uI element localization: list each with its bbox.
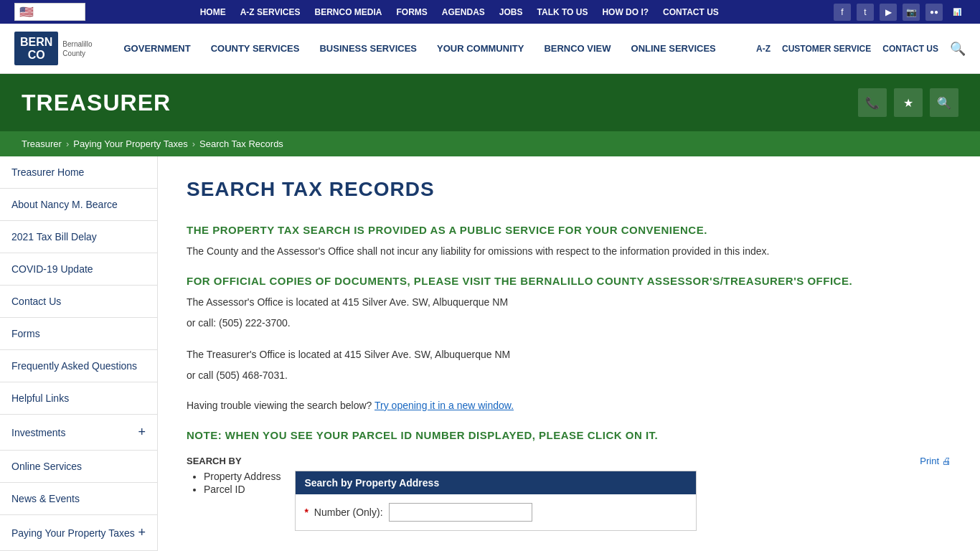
topnav-forms[interactable]: FORMS — [396, 7, 427, 17]
sidebar-link-covid[interactable]: COVID-19 Update — [11, 263, 93, 275]
flickr-icon[interactable]: ●● — [925, 4, 943, 21]
section-public-service: THE PROPERTY TAX SEARCH IS PROVIDED AS A… — [187, 222, 951, 259]
form-row-number: * Number (Only): — [304, 503, 687, 522]
sidebar-item-about[interactable]: About Nancy M. Bearce — [0, 189, 157, 221]
search-content-row: SEARCH BY Property Address Parcel ID Pri… — [187, 456, 951, 531]
search-form-header: Search by Property Address — [296, 471, 696, 494]
breadcrumb-sep-2: › — [192, 138, 195, 149]
sidebar-item-online-services[interactable]: Online Services — [0, 451, 157, 483]
search-form-container: Print 🖨 Search by Property Address * Num… — [295, 456, 951, 531]
topnav-talk-to-us[interactable]: TALK TO US — [537, 7, 588, 17]
phone-icon-button[interactable]: 📞 — [858, 88, 887, 117]
page-header-title: TREASURER — [22, 90, 171, 116]
facebook-icon[interactable]: f — [834, 4, 851, 21]
search-form-body: * Number (Only): — [296, 494, 696, 530]
nav-customer-service[interactable]: CUSTOMER SERVICE — [782, 44, 871, 54]
section-public-service-body: The County and the Assessor's Office sha… — [187, 243, 951, 259]
social-icons: f t ▶ 📷 ●● 📊 — [834, 4, 966, 21]
note-heading: NOTE: WHEN YOU SEE YOUR PARCEL ID NUMBER… — [187, 429, 951, 441]
nav-county-services[interactable]: COUNTY SERVICES — [201, 24, 310, 74]
trouble-text-label: Having trouble viewing the search below? — [187, 400, 372, 411]
breadcrumb-sep-1: › — [66, 138, 69, 149]
number-only-input[interactable] — [389, 503, 532, 522]
top-bar-left: 🇺🇸 English ▼ — [14, 3, 85, 21]
nav-bernco-view[interactable]: BERNCO VIEW — [534, 24, 621, 74]
star-icon-button[interactable]: ★ — [894, 88, 923, 117]
assessor-line1: The Assessor's Office is located at 415 … — [187, 294, 951, 310]
sidebar-link-news-events[interactable]: News & Events — [11, 493, 80, 504]
sidebar-link-forms[interactable]: Forms — [11, 328, 40, 339]
nav-your-community[interactable]: YOUR COMMUNITY — [427, 24, 534, 74]
search-by-parcel-id: Parcel ID — [204, 484, 281, 495]
topnav-jobs[interactable]: JOBS — [499, 7, 523, 17]
sidebar-item-forms[interactable]: Forms — [0, 318, 157, 350]
logo-line2: CO — [28, 49, 45, 61]
search-by-property-address: Property Address — [204, 471, 281, 482]
page-header: TREASURER 📞 ★ 🔍 — [0, 74, 980, 131]
sidebar-link-tax-bill[interactable]: 2021 Tax Bill Delay — [11, 231, 97, 242]
nav-online-services[interactable]: ONLINE SERVICES — [621, 24, 726, 74]
twitter-icon[interactable]: t — [857, 4, 874, 21]
topnav-agendas[interactable]: AGENDAS — [442, 7, 485, 17]
print-area[interactable]: Print 🖨 — [295, 456, 951, 466]
nav-right: A-Z CUSTOMER SERVICE CONTACT US 🔍 — [756, 41, 966, 57]
sidebar-link-helpful-links[interactable]: Helpful Links — [11, 392, 69, 404]
sidebar-link-online-services[interactable]: Online Services — [11, 461, 82, 472]
assessor-line2: or call: (505) 222-3700. — [187, 315, 951, 331]
topnav-home[interactable]: HOME — [200, 7, 226, 17]
print-label: Print — [920, 456, 939, 466]
top-bar-nav: HOME A-Z SERVICES BERNCO MEDIA FORMS AGE… — [200, 7, 719, 17]
sidebar: Treasurer Home About Nancy M. Bearce 202… — [0, 156, 158, 551]
nav-government[interactable]: GOVERNMENT — [113, 24, 200, 74]
sidebar-item-faq[interactable]: Frequently Asked Questions — [0, 350, 157, 382]
data-icon[interactable]: 📊 — [948, 4, 966, 21]
number-only-label: Number (Only): — [314, 507, 383, 518]
search-form-table: Search by Property Address * Number (Onl… — [295, 471, 697, 531]
page-title: SEARCH TAX RECORDS — [187, 178, 951, 201]
search-by-label: SEARCH BY — [187, 456, 281, 466]
sidebar-link-faq[interactable]: Frequently Asked Questions — [11, 360, 137, 372]
sidebar-item-treasurer-home[interactable]: Treasurer Home — [0, 156, 157, 189]
trouble-text: Having trouble viewing the search below?… — [187, 397, 951, 413]
breadcrumb-treasurer[interactable]: Treasurer — [22, 138, 62, 149]
search-by-list: Property Address Parcel ID — [187, 471, 281, 495]
sidebar-item-helpful-links[interactable]: Helpful Links — [0, 382, 157, 415]
sidebar-link-contact[interactable]: Contact Us — [11, 296, 61, 307]
breadcrumb-current: Search Tax Records — [199, 138, 283, 149]
instagram-icon[interactable]: 📷 — [903, 4, 920, 21]
topnav-bernco-media[interactable]: BERNCO MEDIA — [314, 7, 382, 17]
search-icon-button[interactable]: 🔍 — [930, 88, 958, 117]
sidebar-link-investments[interactable]: Investments — [11, 427, 65, 438]
sidebar-link-about[interactable]: About Nancy M. Bearce — [11, 199, 118, 210]
topnav-contact-us[interactable]: CONTACT US — [663, 7, 719, 17]
flag-icon: 🇺🇸 — [19, 5, 34, 19]
nav-business-services[interactable]: BUSINESS SERVICES — [309, 24, 427, 74]
sidebar-item-investments[interactable]: Investments + — [0, 415, 157, 451]
topnav-az-services[interactable]: A-Z SERVICES — [240, 7, 301, 17]
sidebar-link-paying-taxes[interactable]: Paying Your Property Taxes — [11, 527, 135, 539]
topnav-how-do-i[interactable]: HOW DO I? — [602, 7, 649, 17]
sidebar-item-news-events[interactable]: News & Events — [0, 483, 157, 515]
print-icon: 🖨 — [942, 456, 951, 466]
language-selector[interactable]: 🇺🇸 English ▼ — [14, 3, 85, 21]
nav-az[interactable]: A-Z — [756, 44, 771, 54]
paying-taxes-expand-icon[interactable]: + — [138, 525, 146, 540]
sidebar-item-tax-bill[interactable]: 2021 Tax Bill Delay — [0, 221, 157, 253]
search-by-section: SEARCH BY Property Address Parcel ID — [187, 456, 281, 502]
sidebar-item-contact[interactable]: Contact Us — [0, 286, 157, 318]
open-new-window-link[interactable]: Try opening it in a new window. — [374, 400, 514, 411]
logo[interactable]: BERN CO BernalilloCounty — [14, 32, 92, 65]
nav-contact-us[interactable]: CONTACT US — [882, 44, 938, 54]
content-wrapper: Treasurer Home About Nancy M. Bearce 202… — [0, 156, 980, 551]
youtube-icon[interactable]: ▶ — [880, 4, 897, 21]
sidebar-item-paying-taxes[interactable]: Paying Your Property Taxes + — [0, 515, 157, 551]
sidebar-link-treasurer-home[interactable]: Treasurer Home — [11, 166, 84, 178]
investments-expand-icon[interactable]: + — [138, 425, 146, 440]
treasurer-line2: or call (505) 468-7031. — [187, 367, 951, 383]
breadcrumb-paying-taxes[interactable]: Paying Your Property Taxes — [73, 138, 187, 149]
language-label: English — [37, 6, 67, 17]
sidebar-item-covid[interactable]: COVID-19 Update — [0, 253, 157, 286]
main-content: SEARCH TAX RECORDS THE PROPERTY TAX SEAR… — [158, 156, 980, 551]
logo-box: BERN CO — [14, 32, 58, 65]
main-search-button[interactable]: 🔍 — [950, 41, 966, 57]
